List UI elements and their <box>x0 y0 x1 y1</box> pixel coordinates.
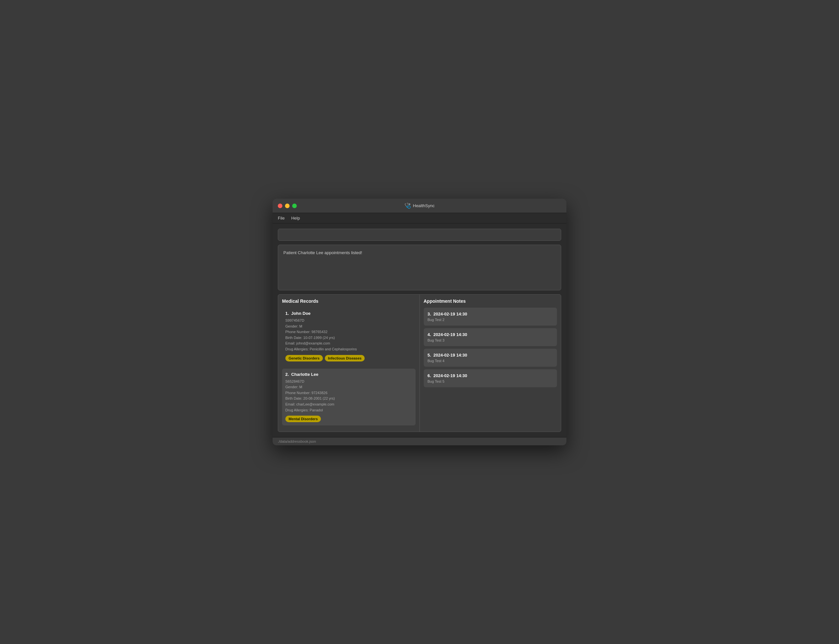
appointment-3-header: 3. 2024-02-19 14:30 <box>428 312 553 317</box>
tag-infectious-diseases: Infectious Diseases <box>325 355 365 361</box>
appointment-3-desc: Bug Test 2 <box>428 318 553 322</box>
patient-1-allergies: Drug Allergies: Penicillin and Cephalosp… <box>285 347 412 352</box>
medical-records-title: Medical Records <box>282 299 415 304</box>
appointment-item-4[interactable]: 4. 2024-02-19 14:30 Bug Test 3 <box>424 328 557 346</box>
close-button[interactable] <box>278 204 282 208</box>
patient-2-gender: Gender: M <box>285 384 412 390</box>
appointment-notes-panel: Appointment Notes 3. 2024-02-19 14:30 Bu… <box>420 295 561 432</box>
patient-2-name: 2. Charlotte Lee <box>285 372 412 377</box>
patient-1-gender: Gender: M <box>285 324 412 330</box>
appointment-4-desc: Bug Test 3 <box>428 338 553 342</box>
app-title-text: HealthSync <box>413 203 435 208</box>
titlebar: 🩺 HealthSync <box>273 199 566 213</box>
tag-mental-disorders: Mental Disorders <box>285 416 321 422</box>
main-content: Patient Charlotte Lee appointments liste… <box>273 223 566 437</box>
appointment-item-5[interactable]: 5. 2024-02-19 14:30 Bug Test 4 <box>424 349 557 367</box>
status-path: ./data/addressbook.json <box>278 439 316 444</box>
patient-1-name: 1. John Doe <box>285 311 412 316</box>
app-icon: 🩺 <box>404 203 411 209</box>
patient-2-tags: Mental Disorders <box>285 416 412 422</box>
menubar: File Help <box>273 213 566 223</box>
notification-box: Patient Charlotte Lee appointments liste… <box>278 245 561 290</box>
patient-record-3[interactable]: 3. Tristan Smith <box>282 429 415 432</box>
appointment-6-desc: Bug Test 5 <box>428 380 553 383</box>
menu-help[interactable]: Help <box>291 216 300 220</box>
patient-1-id: S9974567D <box>285 318 412 324</box>
tag-genetic-disorders: Genetic Disorders <box>285 355 323 361</box>
appointment-4-header: 4. 2024-02-19 14:30 <box>428 332 553 337</box>
search-input[interactable] <box>278 229 561 241</box>
maximize-button[interactable] <box>292 204 297 208</box>
appointment-5-header: 5. 2024-02-19 14:30 <box>428 353 553 358</box>
patient-1-tags: Genetic Disorders Infectious Diseases <box>285 355 412 361</box>
patient-2-email: Email: charLee@example.com <box>285 402 412 407</box>
records-container: Medical Records 1. John Doe S9974567D Ge… <box>278 294 561 432</box>
appointment-6-header: 6. 2024-02-19 14:30 <box>428 373 553 378</box>
medical-records-panel: Medical Records 1. John Doe S9974567D Ge… <box>278 295 420 432</box>
patient-2-dob: Birth Date: 20-08-2001 (22 yrs) <box>285 396 412 402</box>
patient-1-info: S9974567D Gender: M Phone Number: 987654… <box>285 318 412 352</box>
notification-message: Patient Charlotte Lee appointments liste… <box>284 250 362 255</box>
appointment-item-3[interactable]: 3. 2024-02-19 14:30 Bug Test 2 <box>424 308 557 325</box>
app-window: 🩺 HealthSync File Help Patient Charlotte… <box>273 199 566 445</box>
patient-record-2[interactable]: 2. Charlotte Lee S6528467D Gender: M Pho… <box>282 369 415 426</box>
patient-2-phone: Phone Number: 97243826 <box>285 390 412 396</box>
patient-record-1[interactable]: 1. John Doe S9974567D Gender: M Phone Nu… <box>282 308 415 365</box>
patient-1-phone: Phone Number: 98765432 <box>285 329 412 335</box>
minimize-button[interactable] <box>285 204 290 208</box>
status-bar: ./data/addressbook.json <box>273 437 566 445</box>
appointment-item-6[interactable]: 6. 2024-02-19 14:30 Bug Test 5 <box>424 369 557 387</box>
appointment-notes-title: Appointment Notes <box>424 299 557 304</box>
patient-2-info: S6528467D Gender: M Phone Number: 972438… <box>285 379 412 413</box>
patient-1-dob: Birth Date: 10-07-1999 (24 yrs) <box>285 335 412 341</box>
window-controls <box>278 204 297 208</box>
menu-file[interactable]: File <box>278 216 285 220</box>
appointment-5-desc: Bug Test 4 <box>428 359 553 363</box>
patient-1-email: Email: johnd@example.com <box>285 341 412 347</box>
app-title: 🩺 HealthSync <box>404 203 435 209</box>
patient-2-id: S6528467D <box>285 379 412 384</box>
patient-2-allergies: Drug Allergies: Panadol <box>285 407 412 413</box>
